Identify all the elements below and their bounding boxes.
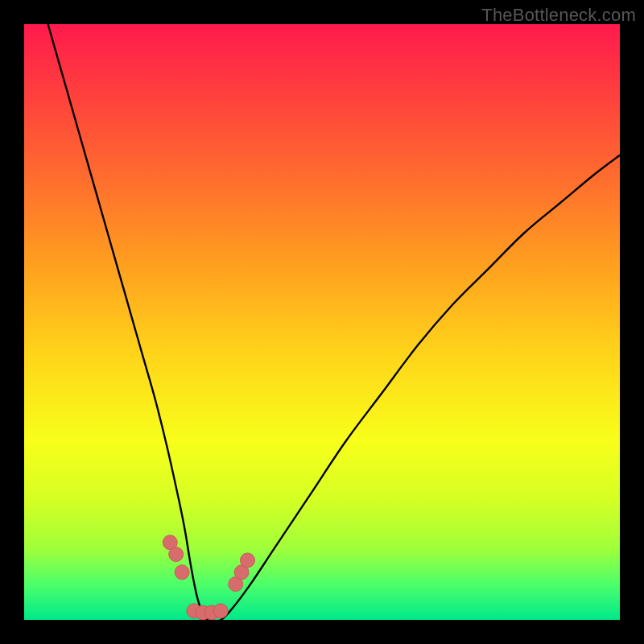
watermark-text: TheBottleneck.com bbox=[481, 5, 636, 26]
curve-marker bbox=[241, 553, 255, 568]
curve-marker bbox=[169, 547, 184, 562]
plot-area bbox=[24, 24, 620, 620]
chart-svg bbox=[24, 24, 620, 620]
bottleneck-curve bbox=[48, 24, 620, 620]
chart-frame: TheBottleneck.com bbox=[0, 0, 644, 644]
curve-markers bbox=[163, 535, 254, 620]
curve-marker bbox=[175, 565, 189, 580]
curve-marker bbox=[213, 604, 228, 618]
